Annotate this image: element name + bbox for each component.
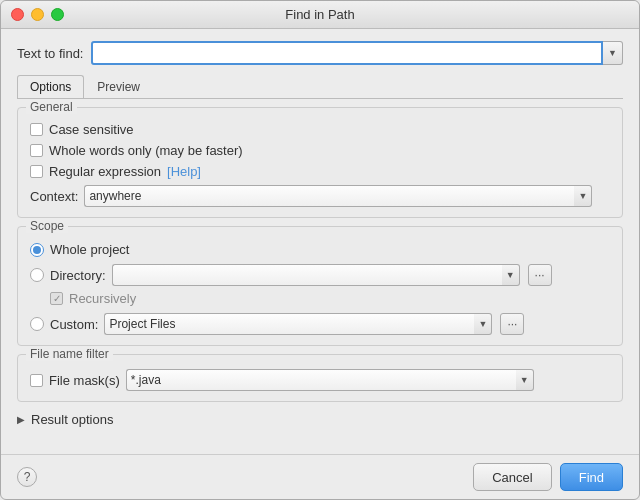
scope-section-label: Scope [26,219,68,233]
custom-radio[interactable] [30,317,44,331]
general-section-label: General [26,100,77,114]
find-row: Text to find: ▼ [17,41,623,65]
whole-words-row: Whole words only (may be faster) [30,143,610,158]
help-button[interactable]: ? [17,467,37,487]
regex-label: Regular expression [49,164,161,179]
result-options-triangle: ▶ [17,414,25,425]
regex-row: Regular expression [Help] [30,164,610,179]
file-mask-label: File mask(s) [49,373,120,388]
custom-select-wrap: Project Files ▼ [104,313,492,335]
directory-radio[interactable] [30,268,44,282]
file-mask-select[interactable]: *.java [126,369,516,391]
regex-help-link[interactable]: [Help] [167,164,201,179]
context-row: Context: anywhere in comments in string … [30,185,610,207]
tab-preview[interactable]: Preview [84,75,153,98]
directory-row: Directory: ▼ ··· [30,264,610,286]
case-sensitive-checkbox[interactable] [30,123,43,136]
close-button[interactable] [11,8,24,21]
find-input[interactable] [91,41,603,65]
whole-project-radio[interactable] [30,243,44,257]
case-sensitive-label: Case sensitive [49,122,134,137]
custom-select[interactable]: Project Files [104,313,474,335]
context-select-arrow[interactable]: ▼ [574,185,592,207]
tabs-bar: Options Preview [17,75,623,99]
window-controls [11,8,64,21]
find-dropdown-button[interactable]: ▼ [603,41,623,65]
recursively-row: Recursively [50,291,610,306]
recursively-label: Recursively [69,291,136,306]
recursively-checkbox[interactable] [50,292,63,305]
result-options-label: Result options [31,412,113,427]
whole-project-row: Whole project [30,242,610,257]
file-mask-checkbox[interactable] [30,374,43,387]
context-select[interactable]: anywhere in comments in string literals … [84,185,574,207]
scope-section: Scope Whole project Directory: ▼ ··· Rec… [17,226,623,346]
file-name-filter-section: File name filter File mask(s) *.java ▼ [17,354,623,402]
find-label: Text to find: [17,46,83,61]
window-title: Find in Path [285,7,354,22]
file-mask-select-wrap: *.java ▼ [126,369,534,391]
whole-words-label: Whole words only (may be faster) [49,143,243,158]
main-window: Find in Path Text to find: ▼ Options Pre… [0,0,640,500]
context-select-wrap: anywhere in comments in string literals … [84,185,592,207]
action-buttons: Cancel Find [473,463,623,491]
title-bar: Find in Path [1,1,639,29]
bottom-bar: ? Cancel Find [1,454,639,499]
directory-select-wrap: ▼ [112,264,520,286]
custom-browse-button[interactable]: ··· [500,313,524,335]
regex-checkbox[interactable] [30,165,43,178]
find-input-wrapper: ▼ [91,41,623,65]
file-name-filter-label: File name filter [26,347,113,361]
content-area: Text to find: ▼ Options Preview General … [1,29,639,454]
case-sensitive-row: Case sensitive [30,122,610,137]
cancel-button[interactable]: Cancel [473,463,551,491]
custom-label: Custom: [50,317,98,332]
file-mask-row: File mask(s) *.java ▼ [30,369,610,391]
context-label: Context: [30,189,78,204]
tab-options[interactable]: Options [17,75,84,98]
directory-label: Directory: [50,268,106,283]
directory-select-arrow[interactable]: ▼ [502,264,520,286]
file-mask-select-arrow[interactable]: ▼ [516,369,534,391]
whole-words-checkbox[interactable] [30,144,43,157]
custom-row: Custom: Project Files ▼ ··· [30,313,610,335]
minimize-button[interactable] [31,8,44,21]
find-button[interactable]: Find [560,463,623,491]
whole-project-label: Whole project [50,242,129,257]
result-options-row[interactable]: ▶ Result options [17,410,623,429]
directory-browse-button[interactable]: ··· [528,264,552,286]
general-section: General Case sensitive Whole words only … [17,107,623,218]
custom-select-arrow[interactable]: ▼ [474,313,492,335]
directory-select[interactable] [112,264,502,286]
maximize-button[interactable] [51,8,64,21]
